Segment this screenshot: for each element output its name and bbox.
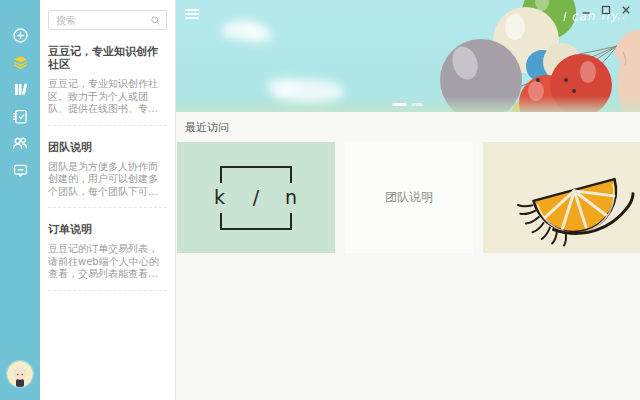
recent-card-team[interactable]: 团队说明 (345, 142, 473, 253)
divider (48, 290, 167, 291)
hamburger-menu-icon[interactable] (185, 9, 199, 19)
kn-logo-letter: k (214, 187, 225, 206)
layers-icon[interactable] (7, 49, 33, 75)
maximize-button[interactable] (600, 4, 611, 15)
search-box (48, 10, 167, 30)
minimize-button[interactable] (580, 4, 591, 15)
divider (48, 125, 167, 126)
recent-cards: k / n 团队说明 (177, 142, 640, 253)
recent-card-orange[interactable] (483, 142, 640, 253)
main-content: I can fly.. 最近访问 k / n 团队说明 (176, 0, 640, 400)
list-item[interactable]: 豆豆记，专业知识创作社区 豆豆记，专业知识创作社区。致力于为个人或团队、提供在线… (48, 45, 167, 116)
kn-logo: k / n (220, 166, 292, 230)
recent-card-kn[interactable]: k / n (177, 142, 335, 253)
card-title: 团队说明 (385, 189, 433, 206)
add-circle-icon[interactable] (7, 22, 33, 48)
notebook-icon[interactable] (7, 103, 33, 129)
section-title: 最近访问 (176, 112, 640, 142)
carousel-dot-active[interactable] (393, 103, 407, 106)
result-snippet: 豆豆记的订单交易列表，请前往web端个人中心的查看，交易列表能查看到账户当前的余… (48, 243, 167, 281)
result-snippet: 豆豆记，专业知识创作社区。致力于为个人或团队、提供在线图书、专栏等的知识管理及创… (48, 78, 167, 116)
divider (48, 207, 167, 208)
close-button[interactable] (620, 4, 631, 15)
window-controls (580, 4, 631, 15)
result-title: 订单说明 (48, 223, 167, 236)
search-input[interactable] (54, 14, 150, 27)
user-avatar[interactable] (7, 361, 33, 387)
result-snippet: 团队是为方便多人协作而创建的，用户可以创建多个团队，每个团队下可以自由添加图书、… (48, 161, 167, 199)
sidebar (0, 0, 40, 400)
carousel-dots (393, 103, 424, 106)
app-window: 豆豆记，专业知识创作社区 豆豆记，专业知识创作社区。致力于为个人或团队、提供在线… (0, 0, 640, 400)
carousel-dot[interactable] (412, 103, 424, 106)
result-title: 团队说明 (48, 141, 167, 154)
orange-eyelash-logo (490, 142, 640, 253)
result-title: 豆豆记，专业知识创作社区 (48, 45, 167, 71)
kn-logo-letter: n (285, 187, 297, 206)
team-icon[interactable] (7, 130, 33, 156)
list-item[interactable]: 订单说明 豆豆记的订单交易列表，请前往web端个人中心的查看，交易列表能查看到账… (48, 223, 167, 281)
books-icon[interactable] (7, 76, 33, 102)
list-item[interactable]: 团队说明 团队是为方便多人协作而创建的，用户可以创建多个团队，每个团队下可以自由… (48, 141, 167, 199)
feedback-icon[interactable] (7, 157, 33, 183)
kn-logo-slash: / (253, 187, 259, 206)
search-icon[interactable] (150, 11, 161, 30)
search-panel: 豆豆记，专业知识创作社区 豆豆记，专业知识创作社区。致力于为个人或团队、提供在线… (40, 0, 176, 400)
banner-carousel[interactable]: I can fly.. (176, 0, 640, 112)
